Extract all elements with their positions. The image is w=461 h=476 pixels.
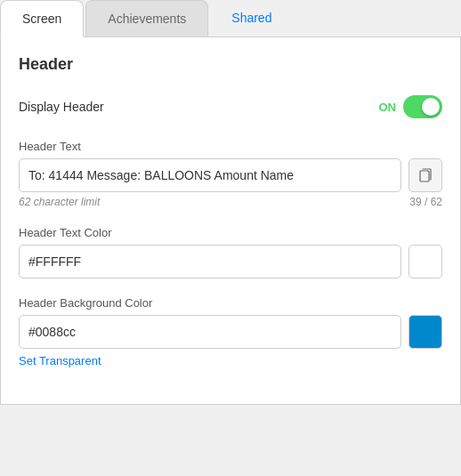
header-text-color-label: Header Text Color — [19, 226, 442, 239]
tab-shared[interactable]: Shared — [210, 0, 293, 36]
tab-achievements[interactable]: Achievements — [85, 0, 208, 36]
section-title: Header — [19, 55, 442, 74]
header-text-row — [19, 158, 442, 192]
header-text-color-row — [19, 245, 442, 278]
header-text-icon-button[interactable] — [408, 158, 442, 192]
header-text-color-group: Header Text Color — [19, 226, 442, 278]
tab-screen[interactable]: Screen — [0, 0, 84, 37]
header-bg-color-label: Header Background Color — [19, 296, 442, 310]
header-bg-color-input[interactable] — [19, 315, 401, 349]
header-text-color-input[interactable] — [19, 245, 401, 278]
display-header-toggle[interactable] — [403, 95, 442, 118]
tab-content: Header Display Header ON Header Text — [0, 37, 461, 405]
svg-rect-0 — [420, 171, 429, 182]
display-header-label: Display Header — [19, 100, 104, 114]
display-header-row: Display Header ON — [19, 95, 442, 118]
header-text-group: Header Text 62 character limit 39 / 62 — [19, 140, 442, 208]
tabs-bar: Screen Achievements Shared — [0, 0, 461, 37]
toggle-state-label: ON — [379, 101, 397, 114]
char-limit-row: 62 character limit 39 / 62 — [19, 196, 442, 208]
toggle-group: ON — [379, 95, 443, 118]
char-limit-text: 62 character limit — [19, 196, 100, 208]
header-text-color-swatch[interactable] — [408, 245, 442, 278]
char-count: 39 / 62 — [409, 196, 442, 208]
header-text-label: Header Text — [19, 140, 442, 153]
header-bg-color-group: Header Background Color Set Transparent — [19, 296, 442, 368]
header-text-input[interactable] — [19, 158, 401, 192]
set-transparent-link[interactable]: Set Transparent — [19, 354, 101, 367]
app-container: Screen Achievements Shared Header Displa… — [0, 0, 461, 476]
header-bg-color-row — [19, 315, 442, 349]
header-bg-color-swatch[interactable] — [408, 315, 442, 349]
